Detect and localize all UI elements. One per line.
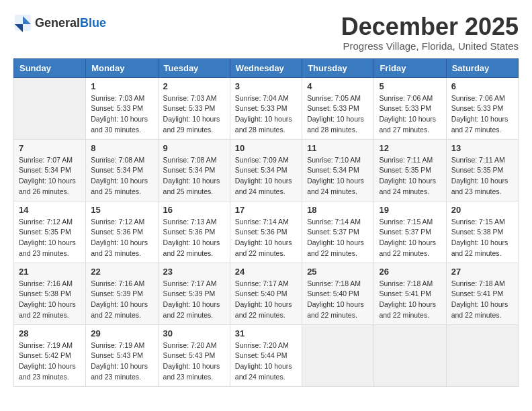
calendar-cell: 5Sunrise: 7:06 AM Sunset: 5:33 PM Daylig… (374, 77, 446, 139)
day-number: 27 (451, 267, 513, 277)
day-header-tuesday: Tuesday (158, 58, 230, 77)
day-info: Sunrise: 7:12 AM Sunset: 5:36 PM Dayligh… (91, 217, 152, 259)
calendar-cell (446, 324, 518, 386)
day-info: Sunrise: 7:04 AM Sunset: 5:33 PM Dayligh… (235, 93, 297, 136)
location-title: Progress Village, Florida, United States (341, 40, 519, 52)
day-info: Sunrise: 7:06 AM Sunset: 5:33 PM Dayligh… (451, 93, 513, 136)
calendar-cell: 14Sunrise: 7:12 AM Sunset: 5:35 PM Dayli… (14, 201, 86, 263)
day-number: 30 (163, 328, 225, 338)
calendar-cell: 15Sunrise: 7:12 AM Sunset: 5:36 PM Dayli… (86, 201, 158, 263)
day-number: 5 (379, 81, 441, 91)
day-info: Sunrise: 7:14 AM Sunset: 5:36 PM Dayligh… (235, 217, 297, 259)
calendar-cell: 3Sunrise: 7:04 AM Sunset: 5:33 PM Daylig… (230, 77, 302, 139)
day-number: 12 (379, 143, 441, 153)
logo-general: General (35, 16, 80, 30)
calendar-cell: 13Sunrise: 7:11 AM Sunset: 5:35 PM Dayli… (446, 139, 518, 201)
day-info: Sunrise: 7:08 AM Sunset: 5:34 PM Dayligh… (91, 155, 152, 197)
calendar-cell: 16Sunrise: 7:13 AM Sunset: 5:36 PM Dayli… (158, 201, 230, 263)
day-number: 1 (91, 81, 152, 91)
day-header-saturday: Saturday (446, 58, 518, 77)
day-header-thursday: Thursday (302, 58, 374, 77)
day-number: 9 (163, 143, 225, 153)
day-number: 20 (451, 205, 513, 215)
day-info: Sunrise: 7:11 AM Sunset: 5:35 PM Dayligh… (451, 155, 513, 197)
calendar-cell: 23Sunrise: 7:17 AM Sunset: 5:39 PM Dayli… (158, 263, 230, 324)
calendar-cell: 29Sunrise: 7:19 AM Sunset: 5:43 PM Dayli… (86, 324, 158, 386)
calendar-cell: 19Sunrise: 7:15 AM Sunset: 5:37 PM Dayli… (374, 201, 446, 263)
calendar-cell: 1Sunrise: 7:03 AM Sunset: 5:33 PM Daylig… (86, 77, 158, 139)
day-number: 31 (235, 328, 297, 338)
calendar-cell: 12Sunrise: 7:11 AM Sunset: 5:35 PM Dayli… (374, 139, 446, 201)
day-info: Sunrise: 7:11 AM Sunset: 5:35 PM Dayligh… (379, 155, 441, 197)
day-info: Sunrise: 7:05 AM Sunset: 5:33 PM Dayligh… (307, 93, 369, 136)
calendar-cell: 7Sunrise: 7:07 AM Sunset: 5:34 PM Daylig… (14, 139, 86, 201)
day-info: Sunrise: 7:16 AM Sunset: 5:38 PM Dayligh… (19, 279, 81, 321)
day-info: Sunrise: 7:20 AM Sunset: 5:44 PM Dayligh… (235, 340, 297, 383)
day-info: Sunrise: 7:20 AM Sunset: 5:43 PM Dayligh… (163, 340, 225, 383)
day-info: Sunrise: 7:09 AM Sunset: 5:34 PM Dayligh… (235, 155, 297, 197)
calendar-cell: 10Sunrise: 7:09 AM Sunset: 5:34 PM Dayli… (230, 139, 302, 201)
calendar-cell: 21Sunrise: 7:16 AM Sunset: 5:38 PM Dayli… (14, 263, 86, 324)
calendar-cell: 28Sunrise: 7:19 AM Sunset: 5:42 PM Dayli… (14, 324, 86, 386)
day-number: 24 (235, 267, 297, 277)
day-number: 7 (19, 143, 81, 153)
day-number: 28 (19, 328, 81, 338)
day-info: Sunrise: 7:15 AM Sunset: 5:38 PM Dayligh… (451, 217, 513, 259)
day-info: Sunrise: 7:19 AM Sunset: 5:42 PM Dayligh… (19, 340, 81, 383)
day-header-wednesday: Wednesday (230, 58, 302, 77)
calendar-cell: 18Sunrise: 7:14 AM Sunset: 5:37 PM Dayli… (302, 201, 374, 263)
calendar-week-2: 7Sunrise: 7:07 AM Sunset: 5:34 PM Daylig… (14, 139, 519, 201)
day-info: Sunrise: 7:18 AM Sunset: 5:41 PM Dayligh… (451, 279, 513, 321)
calendar-cell: 8Sunrise: 7:08 AM Sunset: 5:34 PM Daylig… (86, 139, 158, 201)
calendar-week-3: 14Sunrise: 7:12 AM Sunset: 5:35 PM Dayli… (14, 201, 519, 263)
day-info: Sunrise: 7:06 AM Sunset: 5:33 PM Dayligh… (379, 93, 441, 136)
day-number: 17 (235, 205, 297, 215)
calendar-cell: 4Sunrise: 7:05 AM Sunset: 5:33 PM Daylig… (302, 77, 374, 139)
day-number: 15 (91, 205, 152, 215)
day-number: 26 (379, 267, 441, 277)
day-number: 4 (307, 81, 369, 91)
day-header-monday: Monday (86, 58, 158, 77)
day-number: 6 (451, 81, 513, 91)
day-info: Sunrise: 7:07 AM Sunset: 5:34 PM Dayligh… (19, 155, 81, 197)
day-header-sunday: Sunday (14, 58, 86, 77)
day-number: 3 (235, 81, 297, 91)
calendar-cell: 17Sunrise: 7:14 AM Sunset: 5:36 PM Dayli… (230, 201, 302, 263)
day-number: 11 (307, 143, 369, 153)
day-number: 10 (235, 143, 297, 153)
calendar-cell: 6Sunrise: 7:06 AM Sunset: 5:33 PM Daylig… (446, 77, 518, 139)
calendar-cell: 31Sunrise: 7:20 AM Sunset: 5:44 PM Dayli… (230, 324, 302, 386)
calendar-cell: 27Sunrise: 7:18 AM Sunset: 5:41 PM Dayli… (446, 263, 518, 324)
calendar-cell: 20Sunrise: 7:15 AM Sunset: 5:38 PM Dayli… (446, 201, 518, 263)
day-number: 18 (307, 205, 369, 215)
calendar-table: SundayMondayTuesdayWednesdayThursdayFrid… (13, 58, 519, 387)
calendar-week-1: 1Sunrise: 7:03 AM Sunset: 5:33 PM Daylig… (14, 77, 519, 139)
calendar-cell (374, 324, 446, 386)
day-number: 22 (91, 267, 152, 277)
calendar-week-4: 21Sunrise: 7:16 AM Sunset: 5:38 PM Dayli… (14, 263, 519, 324)
calendar-week-5: 28Sunrise: 7:19 AM Sunset: 5:42 PM Dayli… (14, 324, 519, 386)
day-number: 25 (307, 267, 369, 277)
day-info: Sunrise: 7:12 AM Sunset: 5:35 PM Dayligh… (19, 217, 81, 259)
day-number: 21 (19, 267, 81, 277)
day-info: Sunrise: 7:14 AM Sunset: 5:37 PM Dayligh… (307, 217, 369, 259)
day-info: Sunrise: 7:17 AM Sunset: 5:39 PM Dayligh… (163, 279, 225, 321)
calendar-cell: 2Sunrise: 7:03 AM Sunset: 5:33 PM Daylig… (158, 77, 230, 139)
calendar-cell (14, 77, 86, 139)
day-info: Sunrise: 7:15 AM Sunset: 5:37 PM Dayligh… (379, 217, 441, 259)
day-number: 14 (19, 205, 81, 215)
day-number: 2 (163, 81, 225, 91)
calendar-header-row: SundayMondayTuesdayWednesdayThursdayFrid… (14, 58, 519, 77)
day-info: Sunrise: 7:16 AM Sunset: 5:39 PM Dayligh… (91, 279, 152, 321)
calendar-cell: 22Sunrise: 7:16 AM Sunset: 5:39 PM Dayli… (86, 263, 158, 324)
calendar-cell (302, 324, 374, 386)
day-number: 13 (451, 143, 513, 153)
title-area: December 2025 Progress Village, Florida,… (341, 13, 519, 52)
calendar-cell: 25Sunrise: 7:18 AM Sunset: 5:40 PM Dayli… (302, 263, 374, 324)
day-info: Sunrise: 7:03 AM Sunset: 5:33 PM Dayligh… (163, 93, 225, 136)
logo-blue: Blue (80, 16, 106, 30)
day-info: Sunrise: 7:19 AM Sunset: 5:43 PM Dayligh… (91, 340, 152, 383)
day-info: Sunrise: 7:08 AM Sunset: 5:34 PM Dayligh… (163, 155, 225, 197)
day-number: 19 (379, 205, 441, 215)
calendar-cell: 9Sunrise: 7:08 AM Sunset: 5:34 PM Daylig… (158, 139, 230, 201)
